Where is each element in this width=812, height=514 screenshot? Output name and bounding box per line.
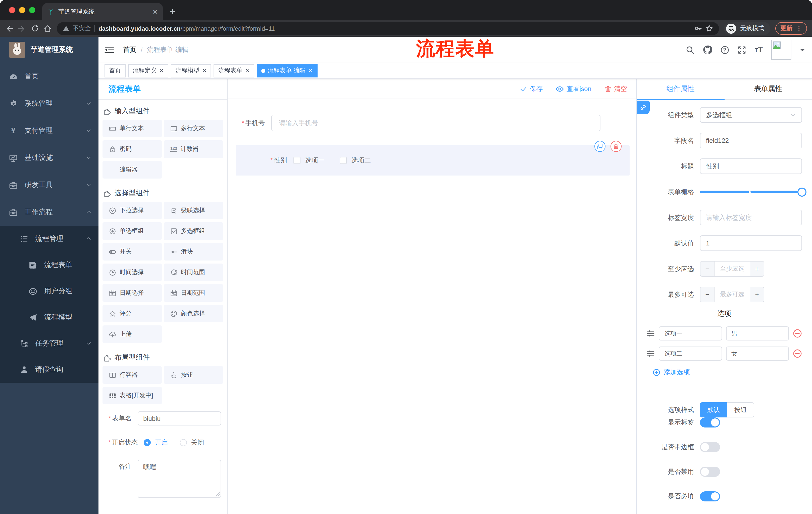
component-chip-single-text[interactable]: 单行文本 <box>103 120 162 137</box>
label-width-input[interactable]: 请输入标签宽度 <box>700 210 802 225</box>
style-default-button[interactable]: 默认 <box>700 402 727 417</box>
delete-field-button[interactable] <box>610 141 621 152</box>
status-radio-on[interactable]: 开启 <box>144 438 168 447</box>
avatar-caret-icon[interactable] <box>800 49 805 54</box>
drag-handle-icon[interactable] <box>647 350 655 358</box>
option-value-input[interactable]: 女 <box>726 347 789 360</box>
back-icon[interactable] <box>5 24 13 32</box>
password-key-icon[interactable] <box>694 25 702 32</box>
sidebar-item-process-model[interactable]: 流程模型 <box>0 304 98 330</box>
component-type-select[interactable]: 多选框组 <box>700 107 802 123</box>
sidebar-item-payment[interactable]: ¥ 支付管理 <box>0 117 98 144</box>
canvas-field-phone[interactable]: *手机号 请输入手机号 <box>242 115 630 131</box>
plus-button[interactable]: + <box>750 262 764 276</box>
component-chip-password[interactable]: 密码 <box>103 140 162 158</box>
phone-input[interactable]: 请输入手机号 <box>271 115 601 131</box>
help-icon[interactable] <box>721 46 729 54</box>
maximize-window-button[interactable] <box>29 7 35 13</box>
form-name-input[interactable]: biubiu <box>138 411 221 426</box>
component-chip-cascader[interactable]: 级联选择 <box>164 202 223 219</box>
close-icon[interactable]: ✕ <box>159 67 164 74</box>
minus-button[interactable]: − <box>700 287 715 302</box>
gender-checkbox-option2[interactable]: 选项二 <box>340 156 371 165</box>
sidebar-item-devtools[interactable]: 研发工具 <box>0 171 98 199</box>
drag-handle-icon[interactable] <box>647 329 655 337</box>
browser-update-button[interactable]: 更新 ⋮ <box>775 22 807 35</box>
close-icon[interactable]: ✕ <box>308 67 313 74</box>
tab-form-props[interactable]: 表单属性 <box>724 79 812 100</box>
field-name-input[interactable]: field122 <box>700 133 802 148</box>
browser-menu-icon[interactable]: ⋮ <box>796 25 802 32</box>
show-label-toggle[interactable] <box>700 417 720 428</box>
max-select-input[interactable]: 最多可选 <box>715 287 750 302</box>
component-chip-time-range[interactable]: 时间范围 <box>164 264 223 281</box>
component-chip-editor[interactable]: 编辑器 <box>103 161 162 179</box>
component-chip-counter[interactable]: 123计数器 <box>164 140 223 158</box>
view-json-button[interactable]: 查看json <box>556 84 591 93</box>
bookmark-star-icon[interactable] <box>705 25 713 32</box>
remove-option-icon[interactable] <box>793 329 802 338</box>
slider-handle[interactable] <box>798 187 807 196</box>
component-chip-radio-group[interactable]: 单选框组 <box>103 222 162 240</box>
component-chip-rate[interactable]: 评分 <box>103 305 162 322</box>
slider-track[interactable] <box>700 191 802 193</box>
component-chip-table[interactable]: 表格[开发中] <box>103 387 162 404</box>
breadcrumb-home[interactable]: 首页 <box>123 45 136 54</box>
reload-icon[interactable] <box>31 25 39 32</box>
github-icon[interactable] <box>703 45 712 54</box>
sidebar-item-home[interactable]: 首页 <box>0 63 98 90</box>
required-toggle[interactable] <box>700 491 720 502</box>
add-option-button[interactable]: 添加选项 <box>653 368 802 377</box>
sidebar-item-user-group[interactable]: 用户分组 <box>0 278 98 304</box>
fullscreen-icon[interactable] <box>737 46 746 54</box>
component-chip-time-picker[interactable]: 时间选择 <box>103 264 162 281</box>
component-chip-slider[interactable]: 滑块 <box>164 243 223 261</box>
form-remark-textarea[interactable]: 嘿嘿 <box>138 460 221 498</box>
form-grid-slider[interactable] <box>700 184 802 200</box>
option-value-input[interactable]: 男 <box>726 326 789 341</box>
option-label-input[interactable]: 选项二 <box>659 347 722 360</box>
address-bar[interactable]: 不安全 dashboard.yudao.iocoder.cn/bpm/manag… <box>57 22 719 35</box>
close-window-button[interactable] <box>9 7 15 13</box>
font-size-icon[interactable]: TT <box>755 45 763 54</box>
sidebar-item-process-mgmt[interactable]: 流程管理 <box>0 226 98 252</box>
warning-icon[interactable] <box>63 25 69 32</box>
with-border-toggle[interactable] <box>700 442 720 452</box>
sidebar-item-task-mgmt[interactable]: 任务管理 <box>0 330 98 357</box>
browser-tab[interactable]: 芋道管理系统 ✕ <box>42 3 163 20</box>
gender-checkbox-option1[interactable]: 选项一 <box>293 156 325 165</box>
sidebar-item-system[interactable]: 系统管理 <box>0 90 98 117</box>
max-select-stepper[interactable]: − 最多可选 + <box>700 287 764 302</box>
default-value-input[interactable]: 1 <box>700 235 802 251</box>
tab-process-model[interactable]: 流程模型✕ <box>171 64 211 77</box>
component-chip-switch[interactable]: 开关 <box>103 243 162 261</box>
canvas-body[interactable]: *手机号 请输入手机号 *性别 选项一 选项二 <box>228 99 636 514</box>
component-chip-row-container[interactable]: 行容器 <box>103 366 162 384</box>
tab-home[interactable]: 首页 <box>105 64 126 77</box>
component-chip-button[interactable]: 按钮 <box>164 366 223 384</box>
close-icon[interactable]: ✕ <box>202 67 206 74</box>
duplicate-field-button[interactable] <box>594 141 606 152</box>
avatar[interactable] <box>771 40 791 60</box>
min-select-stepper[interactable]: − 至少应选 + <box>700 261 764 277</box>
search-icon[interactable] <box>686 46 694 54</box>
save-button[interactable]: 保存 <box>520 84 543 93</box>
component-chip-upload[interactable]: 上传 <box>103 325 162 343</box>
remove-option-icon[interactable] <box>793 349 802 358</box>
option-label-input[interactable]: 选项一 <box>659 326 722 341</box>
sidebar-item-leave-query[interactable]: 请假查询 <box>0 357 98 383</box>
window-controls[interactable] <box>0 0 42 20</box>
component-chip-date-picker[interactable]: 日期选择 <box>103 284 162 302</box>
forward-icon[interactable] <box>18 24 26 32</box>
link-icon[interactable] <box>637 101 650 114</box>
home-icon[interactable] <box>44 24 52 32</box>
sidebar-item-infra[interactable]: 基础设施 <box>0 144 98 171</box>
clear-button[interactable]: 清空 <box>605 84 627 93</box>
sidebar-fold-icon[interactable] <box>105 46 114 54</box>
status-radio-off[interactable]: 关闭 <box>180 438 204 447</box>
tab-component-props[interactable]: 组件属性 <box>637 79 724 100</box>
min-select-input[interactable]: 至少应选 <box>715 262 750 276</box>
component-chip-color-picker[interactable]: 颜色选择 <box>164 305 223 322</box>
minimize-window-button[interactable] <box>19 7 25 13</box>
close-tab-icon[interactable]: ✕ <box>152 8 158 15</box>
